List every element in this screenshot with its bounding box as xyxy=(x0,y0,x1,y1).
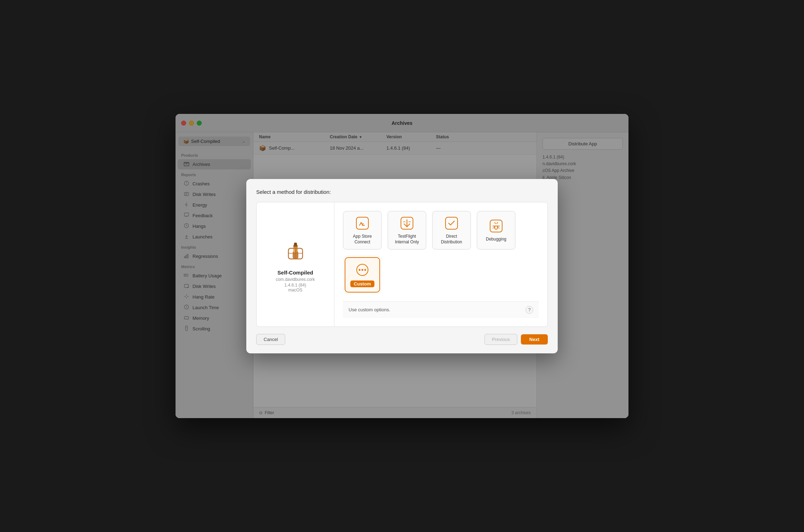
option-app-store-connect[interactable]: App StoreConnect xyxy=(343,211,382,250)
svg-point-29 xyxy=(364,269,366,271)
svg-rect-22 xyxy=(356,217,368,229)
distribution-modal: Select a method for distribution: xyxy=(246,179,558,353)
option-label-app-store: App StoreConnect xyxy=(353,234,372,245)
svg-rect-17 xyxy=(294,243,297,245)
modal-options-pane: App StoreConnect TestFlightInternal Only xyxy=(334,202,547,326)
cancel-button[interactable]: Cancel xyxy=(256,334,285,345)
next-button[interactable]: Next xyxy=(521,334,548,345)
mac-window: Archives 📦 Self-Compiled ⌄ Products xyxy=(176,114,628,418)
help-button[interactable]: ? xyxy=(526,306,533,314)
option-label-direct: DirectDistribution xyxy=(441,234,462,245)
distribution-options: App StoreConnect TestFlightInternal Only xyxy=(343,211,539,294)
app-name: Self-Compiled xyxy=(277,270,313,276)
app-platform: macOS xyxy=(288,288,302,293)
option-label-debugging: Debugging xyxy=(486,237,506,242)
modal-app-info: Self-Compiled com.davidbures.cork 1.4.6.… xyxy=(257,202,334,326)
footer-right: Previous Next xyxy=(484,334,548,345)
app-icon xyxy=(281,236,310,265)
app-version: 1.4.6.1 (84) xyxy=(285,283,306,288)
option-testflight[interactable]: TestFlightInternal Only xyxy=(387,211,426,250)
custom-badge: Custom xyxy=(350,281,374,287)
modal-footer: Cancel Previous Next xyxy=(256,334,548,345)
svg-rect-24 xyxy=(446,217,458,229)
option-custom[interactable]: Custom xyxy=(343,255,382,294)
app-bundle: com.davidbures.cork xyxy=(276,277,315,282)
modal-title: Select a method for distribution: xyxy=(256,189,548,195)
modal-body: Self-Compiled com.davidbures.cork 1.4.6.… xyxy=(256,202,548,327)
option-direct-distribution[interactable]: DirectDistribution xyxy=(432,211,471,250)
modal-description-bar: Use custom options. ? xyxy=(343,301,539,318)
previous-button[interactable]: Previous xyxy=(484,334,517,345)
svg-point-28 xyxy=(362,269,363,271)
svg-point-27 xyxy=(359,269,361,271)
option-label-testflight: TestFlightInternal Only xyxy=(395,234,419,245)
option-debugging[interactable]: Debugging xyxy=(477,211,516,250)
modal-overlay: Select a method for distribution: xyxy=(176,114,628,418)
description-text: Use custom options. xyxy=(349,307,390,312)
